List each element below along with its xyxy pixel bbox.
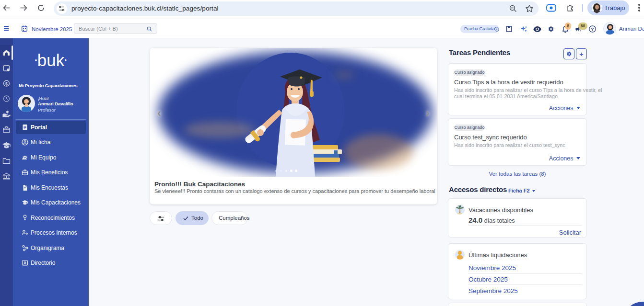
- svg-text:?: ?: [591, 26, 594, 32]
- svg-text:$: $: [5, 81, 8, 86]
